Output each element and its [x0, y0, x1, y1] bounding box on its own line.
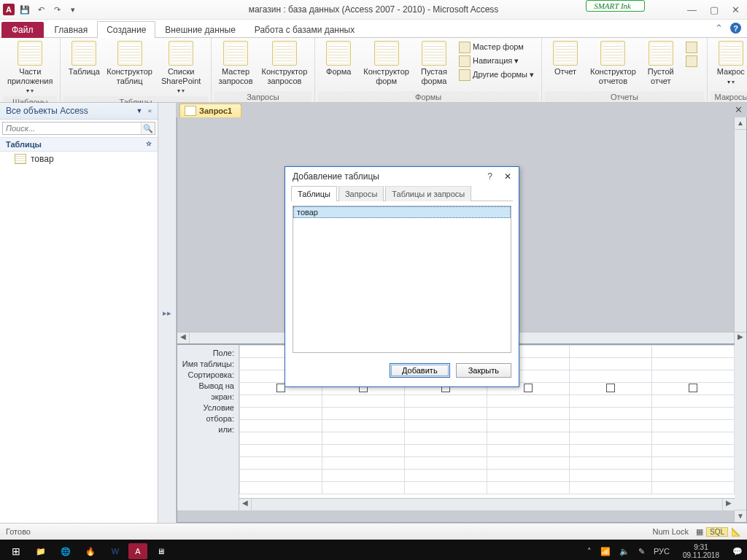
query-icon [185, 106, 196, 116]
dialog-close-icon[interactable]: ✕ [504, 171, 511, 182]
dialog-tab-both[interactable]: Таблицы и запросы [385, 186, 471, 201]
nav-title[interactable]: Все объекты Access ▼ « [0, 103, 158, 120]
query-wizard-button[interactable]: Мастерзапросов [214, 39, 258, 87]
language-indicator[interactable]: РУС [654, 547, 670, 556]
table-icon [15, 154, 26, 164]
scroll-left-icon[interactable]: ◀ [239, 499, 252, 510]
tab-create[interactable]: Создание [97, 21, 155, 38]
ribbon: Частиприложения ▾ Шаблоны Таблица Констр… [0, 38, 747, 103]
file-explorer-icon[interactable]: 📁 [29, 541, 53, 560]
form-design-button[interactable]: Конструкторформ [359, 39, 414, 87]
search-input[interactable] [3, 122, 141, 134]
status-numlock: Num Lock [652, 527, 689, 536]
add-table-dialog: Добавление таблицы ? ✕ Таблицы Запросы Т… [285, 166, 519, 387]
query-design-button[interactable]: Конструкторзапросов [258, 39, 312, 87]
doc-tab-label: Запрос1 [199, 106, 232, 115]
notifications-icon[interactable]: 💬 [732, 547, 743, 556]
form-button[interactable]: Форма [318, 39, 359, 78]
doc-close-button[interactable]: ✕ [735, 104, 743, 115]
scroll-up-icon[interactable]: ▲ [735, 117, 746, 130]
view-sql-icon[interactable]: SQL [706, 527, 728, 537]
form-wizard-button[interactable]: Мастер форм [457, 41, 535, 54]
blank-form-button[interactable]: Пустаяформа [414, 39, 454, 87]
network-icon[interactable]: 📶 [600, 547, 611, 556]
app-parts-button[interactable]: Частиприложения ▾ [3, 39, 57, 96]
tray-up-icon[interactable]: ˄ [587, 547, 592, 556]
ribbon-group-reports: Отчет Конструкторотчетов Пустойотчет Отч… [542, 38, 708, 102]
app-icon[interactable]: 🔥 [79, 541, 102, 560]
collapse-icon[interactable]: ☆ [146, 140, 152, 149]
sharepoint-lists-button[interactable]: СпискиSharePoint ▾ [155, 39, 208, 96]
dialog-title: Добавление таблицы [293, 171, 379, 182]
window-buttons: ― ▢ ✕ [687, 4, 747, 15]
shutter-bar[interactable]: ▸▸ [158, 103, 177, 523]
qat-dropdown-icon[interactable]: ▾ [67, 4, 79, 15]
scroll-right-icon[interactable]: ▶ [722, 499, 735, 510]
tab-home[interactable]: Главная [45, 21, 98, 38]
report-design-button[interactable]: Конструкторотчетов [586, 39, 640, 87]
blank-report-button[interactable]: Пустойотчет [640, 39, 681, 87]
scroll-right-icon[interactable]: ▶ [734, 332, 746, 344]
tab-external-data[interactable]: Внешние данные [155, 21, 245, 38]
table-design-button[interactable]: Конструктортаблиц [104, 39, 154, 87]
label-show: Вывод на экран: [182, 381, 234, 402]
ribbon-minimize-icon[interactable]: ⌃ [715, 23, 723, 34]
nav-item-tovar[interactable]: товар [0, 152, 158, 166]
dialog-list[interactable]: товар [293, 206, 511, 353]
start-button[interactable]: ⊞ [4, 541, 28, 560]
help-icon[interactable]: ? [730, 23, 741, 34]
ribbon-group-forms: Форма Конструкторформ Пустаяформа Мастер… [315, 38, 542, 102]
vertical-scrollbar[interactable]: ▲ ▼ [734, 117, 746, 522]
nav-search[interactable]: 🔍 [2, 122, 155, 135]
labels-icon[interactable] [684, 55, 701, 68]
app-icon-2[interactable]: 🖥 [149, 541, 172, 560]
row-or [240, 408, 735, 420]
dialog-titlebar[interactable]: Добавление таблицы ? ✕ [285, 167, 519, 186]
view-design-icon[interactable]: 📐 [731, 527, 741, 537]
report-wizard-icon[interactable] [684, 41, 701, 54]
label-criteria: Условие отбора: [182, 402, 234, 424]
chrome-icon[interactable]: 🌐 [54, 541, 77, 560]
minimize-button[interactable]: ― [687, 4, 697, 15]
redo-icon[interactable]: ↷ [51, 4, 63, 15]
dialog-tab-queries[interactable]: Запросы [338, 186, 384, 201]
tab-database-tools[interactable]: Работа с базами данных [245, 21, 364, 38]
close-button[interactable]: ✕ [732, 4, 740, 15]
group-label: Отчеты [545, 91, 704, 102]
nav-category-tables[interactable]: Таблицы ☆ [0, 137, 158, 152]
maximize-button[interactable]: ▢ [710, 4, 719, 15]
add-button[interactable]: Добавить [390, 363, 450, 378]
search-icon[interactable]: 🔍 [141, 122, 155, 134]
undo-icon[interactable]: ↶ [35, 4, 47, 15]
query-grid-hscroll[interactable]: ◀ ▶ [239, 498, 735, 510]
word-icon[interactable]: W [104, 541, 127, 560]
clock-date: 09.11.2018 [683, 551, 719, 559]
dialog-help-icon[interactable]: ? [487, 171, 492, 182]
pen-icon[interactable]: ✎ [638, 547, 645, 556]
more-forms-button[interactable]: Другие формы ▾ [457, 69, 535, 82]
status-ready: Готово [6, 527, 31, 536]
clock[interactable]: 9:31 09.11.2018 [683, 543, 719, 559]
dialog-list-item-tovar[interactable]: товар [293, 206, 511, 218]
navigation-button[interactable]: Навигация ▾ [457, 55, 535, 68]
tab-file[interactable]: Файл [1, 22, 44, 38]
save-icon[interactable]: 💾 [19, 4, 31, 15]
nav-title-text: Все объекты Access [6, 106, 88, 116]
scroll-left-icon[interactable]: ◀ [177, 332, 190, 344]
view-datasheet-icon[interactable]: ▦ [696, 527, 703, 537]
smart-ink-badge[interactable]: SMART Ink [586, 0, 645, 12]
table-button[interactable]: Таблица [63, 39, 104, 78]
dialog-tab-tables[interactable]: Таблицы [291, 186, 337, 201]
system-tray: ˄ 📶 🔈 ✎ РУС 9:31 09.11.2018 💬 [587, 543, 743, 559]
access-taskbar-icon[interactable]: A [128, 543, 147, 559]
ribbon-group-macros: Макрос ▾ Макросы и код [708, 38, 747, 102]
ribbon-tabs: Файл Главная Создание Внешние данные Раб… [0, 20, 747, 38]
close-button[interactable]: Закрыть [456, 363, 511, 378]
scroll-down-icon[interactable]: ▼ [735, 510, 746, 522]
nav-dropdown-icon[interactable]: ▼ « [136, 107, 152, 114]
row-criteria [240, 395, 735, 408]
report-button[interactable]: Отчет [545, 39, 586, 78]
macro-button[interactable]: Макрос ▾ [711, 39, 747, 87]
volume-icon[interactable]: 🔈 [619, 547, 630, 556]
doc-tab-query1[interactable]: Запрос1 [179, 104, 241, 117]
